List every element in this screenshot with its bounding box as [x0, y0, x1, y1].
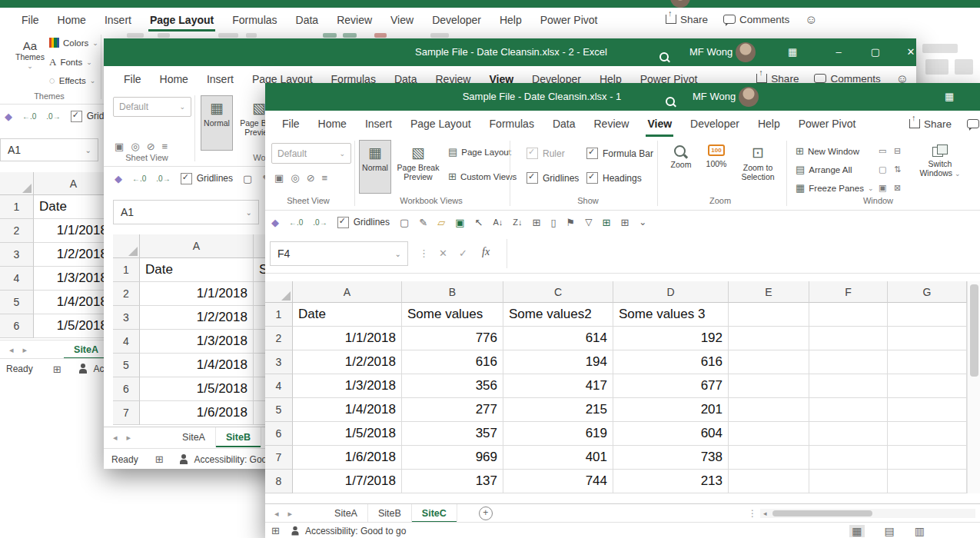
- cell[interactable]: 1/4/2018: [140, 354, 254, 377]
- cell[interactable]: [809, 446, 888, 470]
- filter-icon[interactable]: ▽: [585, 217, 592, 227]
- zoom-100-button[interactable]: 100 100%: [700, 140, 733, 194]
- row-header-3[interactable]: 3: [265, 350, 293, 374]
- border-icon[interactable]: ▢: [243, 173, 252, 184]
- table-icon[interactable]: ⊞: [602, 217, 610, 228]
- save-icon[interactable]: ▣: [455, 217, 464, 228]
- menu-tab-formulas[interactable]: Formulas: [480, 111, 543, 137]
- column-header-a[interactable]: A: [140, 234, 254, 258]
- menu-icon[interactable]: ≡: [322, 172, 328, 184]
- tab-splitter-icon[interactable]: ⋮: [748, 508, 757, 519]
- gridlines-checkbox[interactable]: Gridlines: [181, 173, 233, 184]
- cell[interactable]: 417: [503, 374, 613, 398]
- clear-diamond-icon[interactable]: ◆: [271, 217, 279, 228]
- cell[interactable]: [888, 422, 967, 446]
- cell[interactable]: Date: [293, 303, 402, 327]
- formula-bar-checkbox[interactable]: Formula Bar: [586, 148, 653, 159]
- cell[interactable]: 1/4/2018: [34, 291, 114, 314]
- column-header-g[interactable]: G: [888, 281, 967, 303]
- comments-button[interactable]: Comments: [967, 118, 980, 130]
- cell[interactable]: [809, 374, 888, 398]
- save-icon[interactable]: ▣: [274, 172, 284, 184]
- unhide-window-icon[interactable]: ▣: [879, 183, 886, 193]
- accessibility-icon[interactable]: [78, 364, 88, 374]
- cell[interactable]: [729, 422, 809, 446]
- row-header-2[interactable]: 2: [265, 327, 293, 350]
- menu-tab-home[interactable]: Home: [309, 111, 356, 137]
- column-header-a[interactable]: A: [34, 172, 114, 195]
- column-header-e[interactable]: E: [729, 281, 809, 303]
- sort-az-icon[interactable]: A↓: [493, 218, 503, 227]
- border-icon[interactable]: ▢: [400, 217, 409, 228]
- page-break-view-icon[interactable]: ▥: [915, 525, 925, 537]
- row-header-6[interactable]: 6: [265, 422, 293, 446]
- cell[interactable]: 137: [402, 470, 503, 493]
- menu-tab-formulas[interactable]: Formulas: [223, 8, 286, 32]
- sheet-nav-right-icon[interactable]: ▸: [23, 345, 28, 355]
- cell[interactable]: [888, 350, 967, 374]
- row-header-5[interactable]: 5: [265, 398, 293, 422]
- save-icon[interactable]: ▣: [115, 141, 124, 152]
- freeze-panes-button[interactable]: ▦ Freeze Panes ⌄: [796, 182, 873, 194]
- select-all-corner[interactable]: [265, 281, 293, 303]
- name-box[interactable]: A1⌄: [0, 138, 98, 161]
- scroll-left-icon[interactable]: ◂: [760, 510, 767, 517]
- sheet-nav-left-icon[interactable]: ◂: [113, 433, 118, 443]
- new-window-button[interactable]: ⊞ New Window: [796, 145, 859, 157]
- sheet-tab-sitea[interactable]: SiteA: [172, 427, 216, 447]
- column-header-f[interactable]: F: [809, 281, 888, 303]
- cell[interactable]: 1/3/2018: [140, 330, 254, 354]
- cell[interactable]: [809, 303, 888, 327]
- vertical-scrollbar[interactable]: [967, 281, 980, 493]
- cell[interactable]: [809, 327, 888, 350]
- cell[interactable]: [888, 446, 967, 470]
- increase-decimal-icon[interactable]: ←.0: [22, 112, 36, 121]
- cell[interactable]: Some values 3: [613, 303, 729, 327]
- cell[interactable]: [729, 374, 809, 398]
- cell[interactable]: 1/3/2018: [293, 374, 402, 398]
- increase-decimal-icon[interactable]: ←.0: [132, 174, 146, 183]
- cell[interactable]: 744: [503, 470, 613, 493]
- menu-tab-file[interactable]: File: [12, 8, 48, 32]
- ribbon-display-options-icon[interactable]: ▦: [945, 83, 954, 111]
- cell[interactable]: 604: [613, 422, 729, 446]
- cursor-icon[interactable]: ↖: [475, 217, 483, 228]
- page-layout-button[interactable]: ▤ Page Layout: [448, 146, 511, 158]
- themes-button[interactable]: Aa Themes ⌄: [14, 35, 46, 86]
- share-button[interactable]: Share: [909, 118, 952, 130]
- cell[interactable]: 1/1/2018: [293, 327, 402, 350]
- cell[interactable]: 1/7/2018: [293, 470, 402, 493]
- theme-colors-button[interactable]: Colors ⌄: [49, 38, 98, 48]
- switch-windows-button[interactable]: Switch Windows ⌄: [912, 140, 968, 194]
- menu-tab-insert[interactable]: Insert: [198, 66, 243, 91]
- cell[interactable]: [729, 303, 809, 327]
- row-header-6[interactable]: 6: [113, 377, 140, 401]
- sheet-view-dropdown[interactable]: Default⌄: [113, 97, 191, 117]
- menu-tab-insert[interactable]: Insert: [356, 111, 401, 137]
- more-chevron-icon[interactable]: ⌄: [639, 217, 646, 227]
- sheet-nav-right-icon[interactable]: ▸: [288, 509, 293, 519]
- cell[interactable]: 201: [613, 398, 729, 422]
- cell[interactable]: [888, 303, 967, 327]
- sheet-tab-sitea[interactable]: SiteA: [324, 504, 368, 523]
- cell[interactable]: 677: [613, 374, 729, 398]
- sheet-nav-right-icon[interactable]: ▸: [127, 433, 131, 443]
- resize-handle-icon[interactable]: ⋮: [419, 247, 429, 259]
- cell[interactable]: 1/3/2018: [34, 267, 114, 291]
- cell[interactable]: [888, 470, 967, 493]
- sheet-tab-siteb[interactable]: SiteB: [216, 427, 261, 447]
- cell[interactable]: 213: [613, 470, 729, 493]
- synchronous-scrolling-icon[interactable]: ⇅: [894, 164, 901, 174]
- cell[interactable]: [729, 470, 809, 493]
- row-header-4[interactable]: 4: [265, 374, 293, 398]
- new-sheet-button[interactable]: +: [479, 506, 493, 520]
- cell[interactable]: 215: [503, 398, 613, 422]
- page-layout-view-icon[interactable]: ▤: [885, 525, 895, 537]
- cell[interactable]: [888, 374, 967, 398]
- decrease-decimal-icon[interactable]: .0→: [156, 174, 170, 183]
- row-header-6[interactable]: 6: [0, 314, 34, 338]
- menu-tab-page-layout[interactable]: Page Layout: [141, 8, 223, 32]
- menu-icon[interactable]: ≡: [162, 141, 168, 152]
- sheet-tab-sitec[interactable]: SiteC: [412, 504, 457, 523]
- row-header-2[interactable]: 2: [0, 219, 34, 243]
